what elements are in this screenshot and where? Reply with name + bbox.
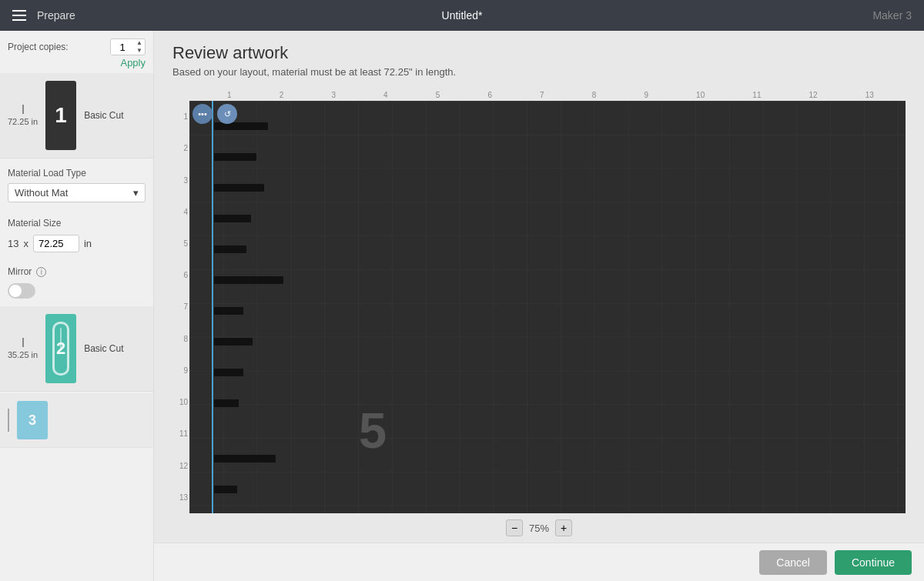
material-size-label: Material Size	[8, 218, 146, 229]
cancel-button[interactable]: Cancel	[759, 550, 827, 575]
ruler-left-5: 5	[183, 239, 188, 248]
ruler-top-3: 3	[331, 91, 336, 99]
big-number: 5	[359, 402, 387, 459]
cut-bar-10	[214, 399, 239, 407]
grid-svg	[189, 101, 906, 513]
ruler-top-row: 1 2 3 4 5 6 7 8 9 10 11 12 13	[189, 84, 906, 101]
review-subtitle: Based on your layout, material must be a…	[172, 66, 906, 78]
mirror-toggle[interactable]	[8, 283, 35, 299]
cut1-thumb: 1	[45, 81, 76, 150]
copies-input-wrap: ▲ ▼	[110, 38, 146, 55]
ruler-top-12: 12	[809, 91, 818, 99]
bottom-bar: Cancel Continue	[154, 543, 924, 581]
ruler-top-11: 11	[752, 91, 761, 99]
material-size-row: 13 x in	[8, 235, 146, 252]
zoom-level: 75%	[524, 523, 554, 534]
ruler-top-2: 2	[280, 91, 284, 99]
material-size-section: Material Size 13 x in	[0, 210, 153, 260]
zoom-plus-button[interactable]: +	[555, 519, 572, 536]
cut1-label: Basic Cut	[84, 110, 123, 121]
cut3-thumb: 3	[17, 401, 48, 439]
copies-down[interactable]: ▼	[134, 47, 145, 55]
mirror-info-icon[interactable]: i	[36, 267, 46, 277]
cut-bar-11	[214, 455, 276, 462]
material-load-label: Material Load Type	[8, 168, 146, 179]
dropdown-icon: ▾	[133, 187, 139, 199]
menu-icon[interactable]	[12, 10, 26, 21]
ruler-left-8: 8	[183, 335, 188, 343]
zoom-minus-button[interactable]: −	[506, 519, 523, 536]
project-copies-label: Project copies:	[8, 42, 104, 52]
cut-bar-3	[214, 184, 264, 192]
review-title: Review artwork	[172, 43, 906, 63]
ruler-top-8: 8	[592, 91, 597, 99]
rotate-button[interactable]: ↺	[217, 104, 237, 124]
continue-button[interactable]: Continue	[835, 550, 912, 575]
cut2-thumb: 2	[45, 314, 76, 383]
ruler-left-2: 2	[183, 144, 188, 152]
project-copies-row: Project copies: ▲ ▼	[0, 31, 153, 55]
copies-up[interactable]: ▲	[134, 39, 145, 47]
ruler-top: 1 2 3 4 5 6 7 8 9 10 11 12 13	[189, 84, 906, 101]
copies-input[interactable]	[111, 40, 134, 55]
cut2-label: Basic Cut	[84, 343, 123, 354]
ruler-top-7: 7	[540, 91, 544, 99]
cut-card-2: 35.25 in 2 Basic Cut	[0, 306, 153, 392]
cut-bar-7	[214, 307, 243, 315]
ruler-left-11: 11	[179, 429, 188, 438]
zoom-bar: − 75% +	[172, 513, 906, 543]
cut-bar-12	[214, 486, 237, 493]
grid-canvas[interactable]: ••• ↺	[189, 101, 906, 513]
grid-row: 1 2 3 4 5 6 7 8 9 10 11 12 13	[172, 101, 906, 513]
cut-bar-2	[214, 153, 256, 161]
ruler-top-4: 4	[383, 91, 388, 99]
ruler-left-1: 1	[183, 112, 188, 121]
svg-rect-0	[189, 101, 906, 513]
apply-btn-row: Apply	[0, 55, 153, 73]
ruler-left-13: 13	[179, 493, 188, 502]
document-title: Untitled*	[442, 9, 483, 22]
cut2-size: 35.25 in	[8, 350, 38, 359]
cut-bar-9	[214, 369, 243, 376]
material-length-input[interactable]	[33, 235, 79, 252]
ruler-left: 1 2 3 4 5 6 7 8 9 10 11 12 13	[172, 101, 189, 513]
topbar: Prepare Untitled* Maker 3	[0, 0, 924, 31]
sidebar: Project copies: ▲ ▼ Apply 72.25 in 1 Bas…	[0, 31, 154, 581]
ruler-left-7: 7	[183, 302, 188, 311]
canvas-wrapper: 1 2 3 4 5 6 7 8 9 10 11 12 13	[154, 84, 924, 543]
cut-card-3: 3	[0, 393, 153, 448]
material-load-section: Material Load Type Without Mat ▾	[0, 160, 153, 210]
ruler-left-12: 12	[179, 462, 188, 470]
material-load-select[interactable]: Without Mat ▾	[8, 183, 146, 202]
content-area: Review artwork Based on your layout, mat…	[154, 31, 924, 581]
cut1-size: 72.25 in	[8, 117, 38, 126]
app-name: Prepare	[37, 9, 75, 22]
ruler-left-4: 4	[183, 208, 188, 216]
review-header: Review artwork Based on your layout, mat…	[154, 31, 924, 84]
cut-card-1: 72.25 in 1 Basic Cut	[0, 73, 153, 159]
ruler-left-9: 9	[183, 366, 188, 375]
ruler-top-13: 13	[865, 91, 874, 99]
cut-bar-8	[214, 338, 253, 346]
copies-spinners: ▲ ▼	[134, 39, 145, 55]
canvas-area: 1 2 3 4 5 6 7 8 9 10 11 12 13	[172, 84, 906, 543]
canvas-controls: ••• ↺	[192, 104, 237, 124]
cut-bar-4	[214, 215, 251, 222]
ruler-top-10: 10	[696, 91, 705, 99]
ruler-top-1: 1	[227, 91, 232, 99]
cut-bar-5	[214, 245, 246, 253]
ruler-left-10: 10	[179, 398, 188, 406]
ruler-left-6: 6	[183, 271, 188, 279]
material-load-value: Without Mat	[15, 187, 68, 199]
mirror-label: Mirror	[8, 266, 32, 277]
cut-bar-6	[214, 276, 283, 284]
apply-button[interactable]: Apply	[120, 57, 146, 68]
mirror-row: Mirror i	[0, 260, 153, 283]
ruler-top-6: 6	[487, 91, 492, 99]
ruler-top-5: 5	[436, 91, 440, 99]
material-width-value: 13	[8, 238, 18, 249]
ruler-left-3: 3	[183, 176, 188, 185]
main-layout: Project copies: ▲ ▼ Apply 72.25 in 1 Bas…	[0, 31, 924, 581]
three-dot-button[interactable]: •••	[192, 104, 213, 124]
material-unit: in	[84, 238, 92, 249]
